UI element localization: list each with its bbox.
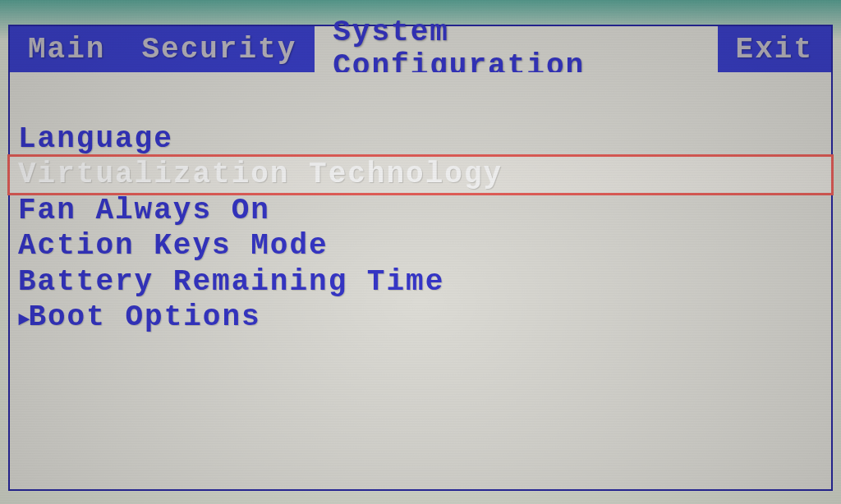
- tab-bar: Main Security System Configuration Exit: [8, 25, 833, 72]
- menu-item-boot-options[interactable]: Boot Options: [10, 300, 831, 335]
- menu-item-fan-always-on[interactable]: Fan Always On: [10, 193, 831, 228]
- menu-panel: Language Virtualization Technology Fan A…: [8, 72, 833, 491]
- tab-security[interactable]: Security: [123, 26, 315, 72]
- tab-main[interactable]: Main: [10, 26, 123, 72]
- menu-item-action-keys-mode[interactable]: Action Keys Mode: [10, 228, 831, 263]
- tab-system-configuration[interactable]: System Configuration: [315, 26, 717, 72]
- bios-screen: Main Security System Configuration Exit …: [8, 25, 833, 496]
- menu-item-battery-remaining-time[interactable]: Battery Remaining Time: [10, 264, 831, 300]
- menu-item-language[interactable]: Language: [10, 121, 831, 157]
- tab-exit[interactable]: Exit: [718, 26, 831, 72]
- menu-item-virtualization-technology[interactable]: Virtualization Technology: [7, 154, 834, 195]
